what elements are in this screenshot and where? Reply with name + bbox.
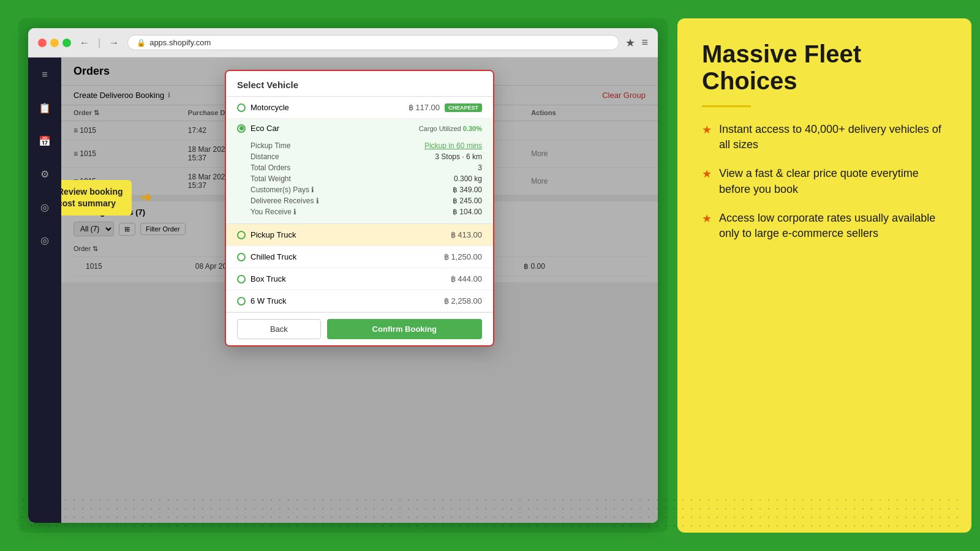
feature-item-2: ★ View a fast & clear price quote everyt… xyxy=(702,166,947,197)
forward-button[interactable]: → xyxy=(107,36,121,50)
chilled-truck-name: Chilled Truck xyxy=(251,252,439,261)
lock-icon: 🔒 xyxy=(137,39,146,47)
app-content: ≡ 📋 📅 ⚙ ◎ ◎ Orders Create Deliveroo Book xyxy=(28,58,658,523)
total-weight-value: 0.300 kg xyxy=(454,174,482,183)
browser-chrome: ← | → 🔒 apps.shopify.com ★ ≡ xyxy=(28,28,658,58)
traffic-light-yellow[interactable] xyxy=(50,39,59,47)
feature-text-2: View a fast & clear price quote everytim… xyxy=(719,166,947,197)
customer-pays-value: ฿ 349.00 xyxy=(453,186,482,194)
feature-text-1: Instant access to 40,000+ delivery vehic… xyxy=(719,122,947,152)
page-wrapper: ← | → 🔒 apps.shopify.com ★ ≡ ≡ 📋 📅 ⚙ xyxy=(18,18,962,533)
nav-separator: | xyxy=(98,37,100,48)
back-modal-button[interactable]: Back xyxy=(237,319,321,339)
modal-overlay: Select Vehicle Motorcycle ฿ 117.00 CHEAP… xyxy=(61,58,658,523)
eco-car-name: Eco Car xyxy=(251,124,414,133)
chilled-truck-price: ฿ 1,250.00 xyxy=(444,252,482,261)
right-panel: Massive Fleet Choices ★ Instant access t… xyxy=(677,18,971,533)
sidebar-icon-calendar[interactable]: 📅 xyxy=(34,130,56,152)
modal-title: Select Vehicle xyxy=(226,71,493,97)
vehicle-list: Motorcycle ฿ 117.00 CHEAPEST Eco Car xyxy=(226,97,493,312)
6w-truck-radio[interactable] xyxy=(237,297,246,305)
back-button[interactable]: ← xyxy=(77,36,92,50)
total-orders-value: 3 xyxy=(478,163,482,172)
box-truck-radio[interactable] xyxy=(237,275,246,283)
feature-text-3: Access low corporate rates usually avail… xyxy=(719,211,947,241)
address-bar[interactable]: 🔒 apps.shopify.com xyxy=(127,35,619,50)
browser-window: ← | → 🔒 apps.shopify.com ★ ≡ ≡ 📋 📅 ⚙ xyxy=(28,28,658,523)
6w-truck-price: ฿ 2,258.00 xyxy=(444,296,482,305)
traffic-light-green[interactable] xyxy=(62,39,71,47)
pickup-truck-price: ฿ 413.00 xyxy=(451,230,482,239)
select-vehicle-modal: Select Vehicle Motorcycle ฿ 117.00 CHEAP… xyxy=(225,70,494,347)
you-receive-value: ฿ 104.00 xyxy=(453,208,482,216)
pickup-time-value[interactable]: Pickup in 60 mins xyxy=(424,141,482,150)
eco-car-radio[interactable] xyxy=(237,124,246,133)
distance-value: 3 Stops · 6 km xyxy=(435,152,482,161)
vehicle-item-chilled-truck[interactable]: Chilled Truck ฿ 1,250.00 xyxy=(226,246,493,268)
eco-row-you-receive: You Receive ℹ ฿ 104.00 xyxy=(251,206,482,217)
box-truck-name: Box Truck xyxy=(251,274,446,283)
vehicle-item-box-truck[interactable]: Box Truck ฿ 444.00 xyxy=(226,268,493,290)
right-title-line1: Massive Fleet xyxy=(702,40,861,67)
sidebar-icon-settings[interactable]: ⚙ xyxy=(34,163,56,185)
eco-row-distance: Distance 3 Stops · 6 km xyxy=(251,151,482,162)
eco-car-details: Pickup Time Pickup in 60 mins Distance 3… xyxy=(226,138,493,223)
confirm-booking-button[interactable]: Confirm Booking xyxy=(327,319,482,339)
eco-cargo: Cargo Utilized 0.30% xyxy=(419,125,482,132)
pickup-truck-name: Pickup Truck xyxy=(251,230,446,239)
vehicle-item-pickup-truck[interactable]: Pickup Truck ฿ 413.00 xyxy=(226,224,493,246)
cheapest-badge: CHEAPEST xyxy=(445,103,482,112)
right-title-line2: Choices xyxy=(702,67,797,94)
distance-label: Distance xyxy=(251,152,279,161)
sidebar-icon-orders[interactable]: 📋 xyxy=(34,97,56,119)
total-orders-label: Total Orders xyxy=(251,163,290,172)
feature-star-1: ★ xyxy=(702,123,712,137)
review-booking-callout: Review bookingcost summary ➜ xyxy=(61,180,132,216)
eco-row-deliveree-receives: Deliveree Receives ℹ ฿ 245.00 xyxy=(251,195,482,206)
right-features: ★ Instant access to 40,000+ delivery veh… xyxy=(702,122,947,241)
deliveree-receives-label: Deliveree Receives ℹ xyxy=(251,197,319,205)
arrow-right-icon: ➜ xyxy=(140,189,151,207)
you-receive-label: You Receive ℹ xyxy=(251,208,296,216)
sidebar: ≡ 📋 📅 ⚙ ◎ ◎ xyxy=(28,58,61,523)
eco-row-weight: Total Weight 0.300 kg xyxy=(251,173,482,184)
pickup-time-label: Pickup Time xyxy=(251,141,290,150)
motorcycle-radio[interactable] xyxy=(237,103,246,112)
feature-star-2: ★ xyxy=(702,167,712,181)
vehicle-item-6w-truck[interactable]: 6 W Truck ฿ 2,258.00 xyxy=(226,290,493,312)
6w-truck-name: 6 W Truck xyxy=(251,296,439,305)
vehicle-item-motorcycle[interactable]: Motorcycle ฿ 117.00 CHEAPEST xyxy=(226,97,493,119)
traffic-lights xyxy=(38,39,71,47)
eco-row-customer-pays: Customer(s) Pays ℹ ฿ 349.00 xyxy=(251,184,482,195)
review-booking-text: Review bookingcost summary xyxy=(61,187,123,208)
pickup-truck-radio[interactable] xyxy=(237,231,246,239)
right-panel-title: Massive Fleet Choices xyxy=(702,40,947,94)
customer-pays-label: Customer(s) Pays ℹ xyxy=(251,186,314,194)
box-truck-price: ฿ 444.00 xyxy=(451,274,482,283)
traffic-light-red[interactable] xyxy=(38,39,47,47)
main-area: Orders Create Deliveroo Booking ℹ Clear … xyxy=(61,58,658,523)
sidebar-icon-menu[interactable]: ≡ xyxy=(34,64,56,86)
menu-button[interactable]: ≡ xyxy=(641,36,648,49)
total-weight-label: Total Weight xyxy=(251,174,291,183)
browser-section: ← | → 🔒 apps.shopify.com ★ ≡ ≡ 📋 📅 ⚙ xyxy=(18,18,668,533)
eco-row-total-orders: Total Orders 3 xyxy=(251,162,482,173)
modal-footer: Back Confirm Booking xyxy=(226,312,493,345)
feature-item-1: ★ Instant access to 40,000+ delivery veh… xyxy=(702,122,947,152)
motorcycle-name: Motorcycle xyxy=(251,103,404,112)
sidebar-icon-circle2[interactable]: ◎ xyxy=(34,229,56,251)
sidebar-icon-circle1[interactable]: ◎ xyxy=(34,196,56,218)
vehicle-item-eco-car[interactable]: Eco Car Cargo Utilized 0.30% Pickup Time… xyxy=(226,119,493,224)
bookmark-button[interactable]: ★ xyxy=(625,36,635,50)
motorcycle-price: ฿ 117.00 xyxy=(409,103,440,112)
eco-car-header: Eco Car Cargo Utilized 0.30% xyxy=(226,119,493,138)
right-divider xyxy=(702,105,751,107)
deliveree-receives-value: ฿ 245.00 xyxy=(453,197,482,205)
feature-star-3: ★ xyxy=(702,212,712,225)
eco-row-pickup: Pickup Time Pickup in 60 mins xyxy=(251,140,482,151)
feature-item-3: ★ Access low corporate rates usually ava… xyxy=(702,211,947,241)
url-text: apps.shopify.com xyxy=(149,38,211,47)
chilled-truck-radio[interactable] xyxy=(237,253,246,261)
